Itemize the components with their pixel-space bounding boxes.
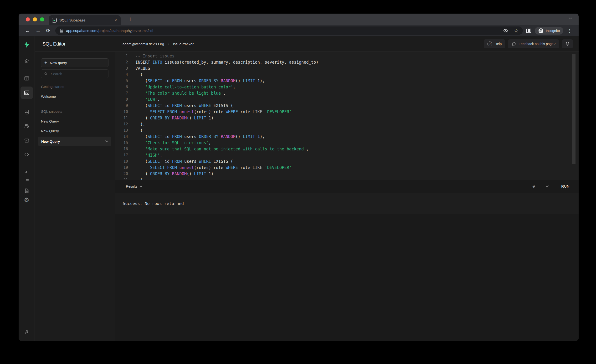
database-icon[interactable]	[24, 109, 30, 115]
supabase-favicon-icon	[52, 18, 57, 23]
home-icon[interactable]	[24, 58, 30, 64]
section-getting-started: Getting started	[41, 85, 108, 89]
code-line[interactable]: 13 (	[115, 127, 579, 134]
eye-off-icon[interactable]	[503, 28, 508, 33]
table-editor-icon[interactable]	[24, 75, 30, 81]
functions-code-icon[interactable]	[24, 152, 30, 157]
supabase-logo-icon[interactable]	[23, 41, 30, 48]
line-number: 9	[115, 103, 128, 109]
bookmark-star-icon[interactable]: ☆	[514, 28, 519, 33]
browser-menu-icon[interactable]: ⋮	[564, 28, 575, 34]
code-line[interactable]: 4 (	[115, 72, 579, 78]
zoom-window-button[interactable]	[40, 17, 44, 22]
help-button[interactable]: ? Help	[484, 39, 505, 48]
editor-scrollbar[interactable]	[572, 54, 575, 164]
code-line[interactable]: 15 'Check for SQL injections',	[115, 140, 579, 146]
results-message-row: Success. No rows returned	[115, 193, 579, 214]
logs-list-icon[interactable]	[24, 178, 30, 184]
reports-chart-icon[interactable]	[24, 168, 30, 174]
run-options-chevron-icon[interactable]	[546, 186, 549, 187]
results-footer	[115, 214, 579, 341]
run-button[interactable]: RUN	[561, 184, 570, 189]
code-line[interactable]: 6 'Update call-to-action button color',	[115, 84, 579, 90]
forward-icon[interactable]: →	[33, 28, 43, 33]
code-line[interactable]: 19 SELECT FROM unnest(roles) role WHERE …	[115, 164, 579, 171]
lock-icon	[60, 29, 63, 33]
notifications-button[interactable]	[562, 39, 573, 48]
code-line[interactable]: 7 'The color should be light blue',	[115, 90, 579, 96]
sidebar-item-snippet-active[interactable]: New Query	[38, 137, 111, 146]
section-sql-snippets: SQL snippets	[41, 109, 108, 113]
code-line[interactable]: 9 (SELECT id FROM users WHERE EXISTS (	[115, 103, 579, 109]
code-editor[interactable]: 1-- Insert issues2INSERT INTO issues(cre…	[115, 52, 579, 180]
minimize-window-button[interactable]	[33, 17, 37, 22]
line-number: 5	[115, 78, 128, 84]
code-line[interactable]: 14 (SELECT id FROM users ORDER BY RANDOM…	[115, 134, 579, 140]
code-line[interactable]: 8 'LOW',	[115, 96, 579, 103]
rail-divider	[22, 104, 31, 104]
line-number: 10	[115, 109, 128, 115]
results-dropdown[interactable]: Results	[126, 185, 142, 188]
back-icon[interactable]: ←	[22, 28, 33, 33]
bell-icon	[565, 41, 570, 46]
snippet-search[interactable]	[41, 69, 108, 78]
sql-editor-nav-active[interactable]	[21, 87, 33, 99]
code-line[interactable]: 2INSERT INTO issues(created_by, summary,…	[115, 59, 579, 65]
code-line[interactable]: 3VALUES	[115, 65, 579, 72]
rail-divider	[22, 162, 31, 162]
tab-close-icon[interactable]: ×	[113, 18, 118, 23]
new-tab-button[interactable]: +	[126, 15, 134, 23]
code-line[interactable]: 20 ) ORDER BY RANDOM() LIMIT 1)	[115, 171, 579, 177]
tab-strip: SQL | Supabase × +	[19, 14, 579, 25]
auth-users-icon[interactable]	[24, 123, 30, 129]
feedback-button[interactable]: Feedback on this page?	[508, 39, 559, 48]
line-number: 16	[115, 146, 128, 152]
line-number: 4	[115, 72, 128, 78]
results-header: Results ♥ RUN	[115, 180, 579, 193]
url-bar[interactable]: app.supabase.com/project/azahtnhqohyjerz…	[55, 26, 523, 35]
code-line[interactable]: 1-- Insert issues	[115, 53, 579, 59]
sql-editor-terminal-icon	[24, 90, 30, 96]
code-line[interactable]: 17 'HIGH',	[115, 152, 579, 158]
line-number: 14	[115, 134, 128, 140]
plus-icon: +	[44, 60, 47, 65]
breadcrumb-org[interactable]: adam@windmill.dev's Org	[123, 42, 164, 46]
chevron-down-icon[interactable]	[105, 141, 108, 142]
settings-gear-icon[interactable]: ⚙	[24, 197, 29, 203]
line-number: 6	[115, 84, 128, 90]
sidebar-item-snippet[interactable]: New Query	[41, 129, 108, 133]
code-line[interactable]: 18 (SELECT id FROM users WHERE EXISTS (	[115, 158, 579, 164]
reload-icon[interactable]: ⟳	[43, 28, 53, 33]
nav-rail: ⚙	[19, 36, 35, 341]
url-text: app.supabase.com/project/azahtnhqohyjerz…	[66, 29, 153, 33]
code-line[interactable]: 5 (SELECT id FROM users ORDER BY RANDOM(…	[115, 78, 579, 84]
code-line[interactable]: 16 'Make sure that SQL can not be inject…	[115, 146, 579, 152]
search-input[interactable]	[50, 72, 105, 76]
browser-tab[interactable]: SQL | Supabase ×	[49, 15, 121, 25]
breadcrumb-project[interactable]: issue-tracker	[173, 42, 194, 46]
line-number: 21	[115, 177, 128, 180]
account-person-icon[interactable]	[24, 329, 30, 335]
close-window-button[interactable]	[26, 17, 30, 22]
code-line[interactable]: 12 ),	[115, 121, 579, 127]
docs-file-icon[interactable]	[24, 188, 30, 193]
incognito-spy-icon	[538, 28, 544, 33]
sidebar-item-welcome[interactable]: Welcome	[41, 94, 108, 98]
page-title: SQL Editor	[42, 41, 66, 47]
storage-archive-icon[interactable]	[24, 138, 30, 143]
sidebar-item-snippet[interactable]: New Query	[41, 119, 108, 123]
breadcrumb-separator: /	[168, 42, 169, 46]
line-number: 8	[115, 96, 128, 103]
code-line[interactable]: 21 ),	[115, 177, 579, 180]
code-line[interactable]: 10 SELECT FROM unnest(roles) role WHERE …	[115, 109, 579, 115]
browser-window: SQL | Supabase × + ← → ⟳ app.supabase.co…	[19, 14, 579, 341]
tab-search-chevron-icon[interactable]	[569, 17, 572, 20]
new-query-button[interactable]: + New query	[41, 58, 108, 67]
rail-divider	[22, 70, 31, 70]
line-number: 17	[115, 152, 128, 158]
favorite-heart-icon[interactable]: ♥	[532, 184, 535, 189]
sql-editor-panel: SQL Editor + New query Getting started W…	[35, 36, 115, 341]
side-panel-icon[interactable]	[526, 29, 531, 33]
tab-title: SQL | Supabase	[59, 18, 113, 22]
code-line[interactable]: 11 ) ORDER BY RANDOM() LIMIT 1)	[115, 115, 579, 121]
